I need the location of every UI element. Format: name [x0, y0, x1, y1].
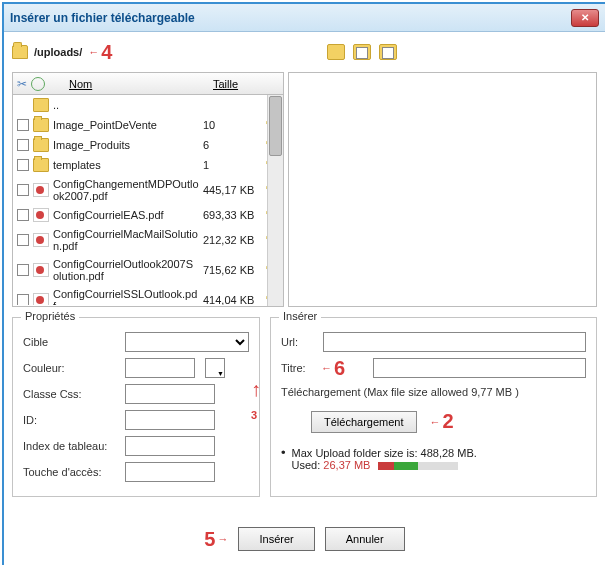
cancel-button[interactable]: Annuler — [325, 527, 405, 551]
copy-icon[interactable] — [353, 44, 371, 60]
usage-info: • Max Upload folder size is: 488,28 MB. … — [281, 447, 586, 471]
list-item[interactable]: ConfigCourrielSSLOutlook.pdf 414,04 KB ✎ — [13, 285, 283, 305]
annotation-4: ← 4 — [88, 41, 112, 64]
annotation-3: ↑3 — [251, 378, 261, 424]
scrollbar[interactable] — [267, 95, 283, 306]
titlebar: Insérer un fichier téléchargeable ✕ — [4, 4, 605, 32]
label-url: Url: — [281, 336, 317, 348]
path-bar: /uploads/ ← 4 — [12, 40, 597, 64]
checkbox[interactable] — [17, 139, 29, 151]
index-input[interactable] — [125, 436, 215, 456]
folder-icon — [12, 45, 28, 59]
pdf-icon — [33, 233, 49, 247]
upload-button[interactable]: Téléchargement — [311, 411, 417, 433]
list-item[interactable]: ConfigCourrielMacMailSolution.pdf 212,32… — [13, 225, 283, 255]
label-touche: Touche d'accès: — [23, 466, 119, 478]
paste-icon[interactable] — [379, 44, 397, 60]
annotation-2: ← 2 — [430, 410, 454, 433]
preview-pane — [288, 72, 597, 307]
list-item[interactable]: Image_Produits 6 ✎ — [13, 135, 283, 155]
properties-fieldset: Propriétés Cible Couleur: ▼ Classe Css: … — [12, 317, 260, 497]
insert-button[interactable]: Insérer — [238, 527, 314, 551]
list-item[interactable]: templates 1 ✎ — [13, 155, 283, 175]
file-list-header: ✂ Nom Taille — [13, 73, 283, 95]
label-classe: Classe Css: — [23, 388, 119, 400]
checkbox[interactable] — [17, 264, 29, 276]
checkbox[interactable] — [17, 294, 29, 305]
folder-icon — [33, 138, 49, 152]
insert-fieldset: Insérer Url: Titre: ← 6 Téléchargement (… — [270, 317, 597, 497]
label-index: Index de tableau: — [23, 440, 119, 452]
close-button[interactable]: ✕ — [571, 9, 599, 27]
titre-input[interactable] — [373, 358, 586, 378]
label-titre: Titre: — [281, 362, 317, 374]
column-size[interactable]: Taille — [213, 78, 283, 90]
insert-legend: Insérer — [279, 310, 321, 322]
refresh-icon[interactable] — [31, 77, 45, 91]
column-name[interactable]: Nom — [49, 78, 209, 90]
dialog-window: Insérer un fichier téléchargeable ✕ /upl… — [2, 2, 605, 565]
properties-legend: Propriétés — [21, 310, 79, 322]
url-input[interactable] — [323, 332, 586, 352]
pdf-icon — [33, 208, 49, 222]
cut-icon[interactable]: ✂ — [17, 77, 27, 91]
window-title: Insérer un fichier téléchargeable — [10, 11, 195, 25]
cible-select[interactable] — [125, 332, 249, 352]
checkbox[interactable] — [17, 159, 29, 171]
checkbox[interactable] — [17, 234, 29, 246]
list-item[interactable]: Image_PointDeVente 10 ✎ — [13, 115, 283, 135]
label-couleur: Couleur: — [23, 362, 119, 374]
color-picker-button[interactable]: ▼ — [205, 358, 225, 378]
id-input[interactable] — [125, 410, 215, 430]
download-info: Téléchargement (Max file size allowed 9,… — [281, 386, 586, 398]
checkbox[interactable] — [17, 119, 29, 131]
label-id: ID: — [23, 414, 119, 426]
usage-bar — [378, 462, 458, 470]
new-folder-icon[interactable] — [327, 44, 345, 60]
up-dir-row[interactable]: .. — [13, 95, 283, 115]
checkbox[interactable] — [17, 184, 29, 196]
list-item[interactable]: ConfigCourrielOutlook2007Solution.pdf 71… — [13, 255, 283, 285]
current-path: /uploads/ — [34, 46, 82, 58]
list-item[interactable]: ConfigCourrielEAS.pdf 693,33 KB ✎ — [13, 205, 283, 225]
file-rows: .. Image_PointDeVente 10 ✎ Image_Produit… — [13, 95, 283, 305]
classe-input[interactable] — [125, 384, 215, 404]
file-list: ✂ Nom Taille .. Image_PointDeVente — [12, 72, 284, 307]
checkbox[interactable] — [17, 209, 29, 221]
touche-input[interactable] — [125, 462, 215, 482]
label-cible: Cible — [23, 336, 119, 348]
pdf-icon — [33, 263, 49, 277]
pdf-icon — [33, 183, 49, 197]
annotation-5: 5 → — [204, 528, 228, 551]
folder-icon — [33, 118, 49, 132]
annotation-6: ← 6 — [321, 357, 345, 380]
list-item[interactable]: ConfigChangementMDPOutlook2007.pdf 445,1… — [13, 175, 283, 205]
pdf-icon — [33, 293, 49, 305]
folder-icon — [33, 158, 49, 172]
couleur-input[interactable] — [125, 358, 195, 378]
